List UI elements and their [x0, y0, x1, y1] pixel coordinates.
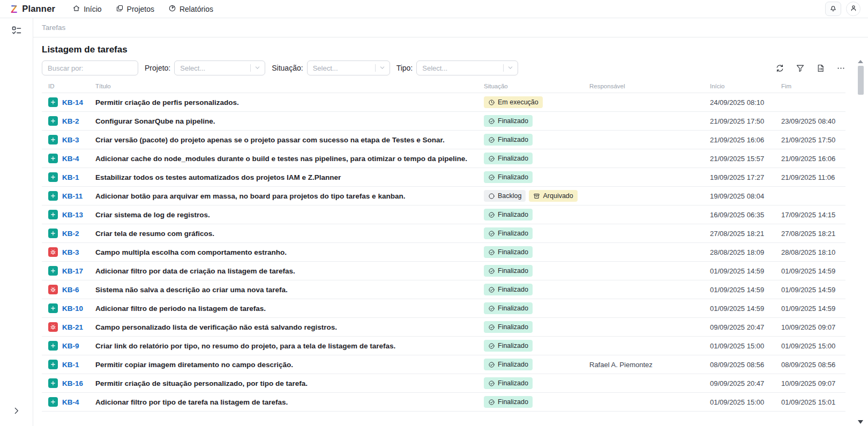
chevron-right-icon[interactable] [12, 406, 21, 417]
task-title: Criar sistema de log de registros. [95, 211, 484, 219]
status-badge-done: Finalizado [484, 209, 533, 220]
column-header-responsavel[interactable]: Responsável [589, 83, 710, 89]
inicio-cell: 16/09/2025 06:35 [710, 211, 781, 219]
task-type-icon [48, 266, 58, 276]
check-circle-icon [488, 230, 495, 237]
status-label: Finalizado [498, 342, 528, 349]
task-title: Campo personalizado lista de verificação… [95, 323, 484, 331]
table-row[interactable]: KB-4 Adicionar cache do node_modules dur… [42, 149, 845, 168]
table-row[interactable]: KB-3 Campo multipla escolha com comporta… [42, 243, 845, 262]
projects-icon [116, 4, 124, 14]
inicio-cell: 09/09/2025 20:47 [710, 379, 781, 387]
table-row[interactable]: KB-2 Configurar SonarQube na pipeline. F… [42, 112, 845, 131]
filter-label: Situação: [272, 64, 303, 72]
table-row[interactable]: KB-13 Criar sistema de log de registros.… [42, 206, 845, 224]
table-row[interactable]: KB-4 Adicionar filtro por tipo de tarefa… [42, 393, 845, 412]
status-cell: Finalizado [484, 153, 589, 164]
inicio-cell: 09/09/2025 20:47 [710, 323, 781, 331]
fim-cell: 01/09/2025 14:59 [781, 267, 845, 275]
nav-item-projetos[interactable]: Projetos [116, 4, 154, 14]
table-row[interactable]: KB-21 Campo personalizado lista de verif… [42, 318, 845, 337]
scroll-up-arrow[interactable] [858, 60, 863, 63]
status-label: Finalizado [498, 361, 528, 368]
status-label: Backlog [498, 192, 521, 200]
status-cell: Finalizado [484, 134, 589, 146]
app-brand[interactable]: Z Planner [11, 4, 55, 14]
filter-icon[interactable] [796, 64, 805, 73]
task-title: Criar tela de resumo com gráficos. [95, 230, 484, 238]
column-header-inicio[interactable]: Início [710, 83, 781, 89]
fim-cell: 21/09/2025 16:06 [781, 155, 845, 163]
table-row[interactable]: KB-16 Permitir criação de situação perso… [42, 374, 845, 393]
user-menu-button[interactable] [846, 2, 860, 16]
task-id-link[interactable]: KB-4 [62, 155, 79, 163]
status-label: Finalizado [498, 211, 528, 218]
fim-cell: 08/09/2025 08:56 [781, 361, 845, 369]
report-icon[interactable] [816, 64, 825, 73]
table-row[interactable]: KB-1 Permitir copiar imagem diretamento … [42, 355, 845, 374]
status-badge-in-progress: Em execução [484, 96, 543, 108]
inicio-cell: 21/09/2025 16:06 [710, 136, 781, 144]
check-circle-icon [488, 305, 495, 312]
column-header-id[interactable]: ID [42, 83, 95, 89]
status-badge-done: Finalizado [484, 302, 533, 314]
column-header-situacao[interactable]: Situação [484, 83, 589, 89]
table-header: ID Título Situação Responsável Início Fi… [42, 80, 845, 93]
task-id-link[interactable]: KB-4 [62, 398, 79, 406]
inicio-cell: 21/09/2025 15:57 [710, 155, 781, 163]
inicio-cell: 19/09/2025 17:27 [710, 173, 781, 181]
task-id-link[interactable]: KB-6 [62, 286, 79, 294]
task-id-link[interactable]: KB-17 [62, 267, 83, 275]
scrollbar-thumb[interactable] [858, 66, 864, 95]
task-id-link[interactable]: KB-1 [62, 361, 79, 369]
table-row[interactable]: KB-10 Adicionar filtro de periodo na lis… [42, 299, 845, 318]
responsavel-cell: Rafael A. Piemontez [589, 361, 710, 369]
table-row[interactable]: KB-3 Criar versão (pacote) do projeto ap… [42, 131, 845, 149]
nav-label: Relatórios [179, 5, 213, 13]
table-row[interactable]: KB-6 Sistema não salva a descrição ao cr… [42, 280, 845, 299]
task-id-link[interactable]: KB-10 [62, 305, 83, 313]
situacao-select[interactable]: Select... [307, 60, 390, 75]
status-badge-done: Finalizado [484, 377, 533, 389]
table-row[interactable]: KB-17 Adicionar filtro por data de criaç… [42, 262, 845, 280]
scroll-down-arrow[interactable] [858, 420, 863, 424]
table-row[interactable]: KB-14 Permitir criação de perfis persona… [42, 93, 845, 112]
task-id-link[interactable]: KB-2 [62, 117, 79, 125]
check-circle-icon [488, 361, 495, 368]
more-icon[interactable] [836, 64, 845, 73]
task-id-link[interactable]: KB-2 [62, 230, 79, 238]
task-id-link[interactable]: KB-16 [62, 379, 83, 387]
table-row[interactable]: KB-1 Estabilizar todos os testes automat… [42, 168, 845, 187]
status-badge-done: Finalizado [484, 396, 533, 408]
status-label: Finalizado [498, 248, 528, 256]
tasks-list-icon[interactable] [11, 25, 22, 38]
filter-projeto: Projeto: Select... [145, 60, 265, 75]
bug-type-icon [48, 285, 58, 294]
breadcrumb: Tarefas [33, 18, 868, 37]
task-id-link[interactable]: KB-3 [62, 248, 79, 256]
task-id-link[interactable]: KB-1 [62, 173, 79, 181]
task-id-link[interactable]: KB-11 [62, 192, 83, 200]
status-badge-done: Finalizado [484, 359, 533, 370]
column-header-fim[interactable]: Fim [781, 83, 845, 89]
notifications-button[interactable] [825, 2, 841, 16]
check-circle-icon [488, 324, 495, 331]
task-id-link[interactable]: KB-14 [62, 98, 83, 107]
task-id-link[interactable]: KB-21 [62, 323, 83, 331]
task-id-link[interactable]: KB-13 [62, 211, 83, 219]
breadcrumb-item-tarefas[interactable]: Tarefas [42, 24, 65, 32]
table-row[interactable]: KB-2 Criar tela de resumo com gráficos. … [42, 224, 845, 243]
refresh-icon[interactable] [775, 64, 784, 73]
task-id-link[interactable]: KB-9 [62, 342, 79, 350]
status-cell: BacklogArquivado [484, 190, 589, 202]
table-row[interactable]: KB-9 Criar link do relatório por tipo, n… [42, 337, 845, 355]
fim-cell: 21/09/2025 11:06 [781, 173, 845, 181]
nav-item-relatorios[interactable]: Relatórios [168, 4, 213, 14]
table-row[interactable]: KB-11 Adicionar botão para arquivar em m… [42, 187, 845, 206]
task-id-link[interactable]: KB-3 [62, 136, 79, 144]
nav-item-inicio[interactable]: Início [72, 4, 101, 14]
projeto-select[interactable]: Select... [174, 60, 265, 75]
tipo-select[interactable]: Select... [416, 60, 518, 75]
search-input[interactable] [42, 60, 138, 75]
column-header-titulo[interactable]: Título [95, 83, 484, 89]
